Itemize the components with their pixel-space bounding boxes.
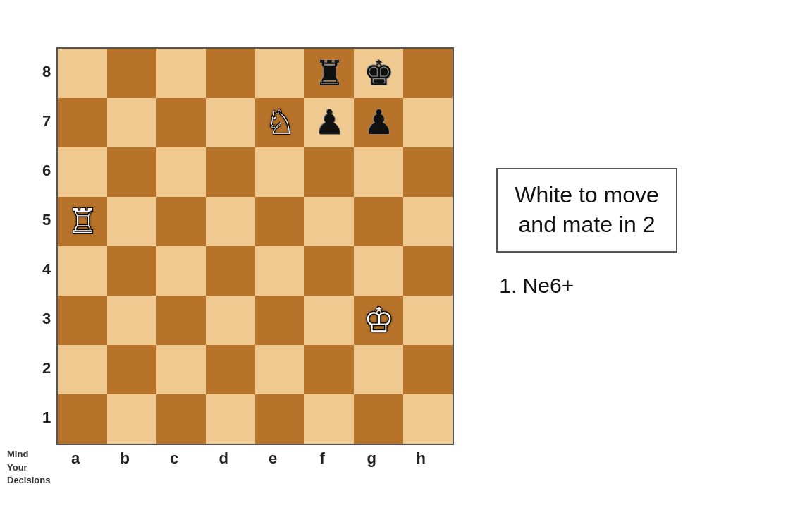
file-c: c: [149, 449, 199, 468]
branding-line1: Mind: [7, 449, 28, 459]
file-a: a: [51, 449, 100, 468]
square-d1: [206, 394, 255, 444]
branding: Mind Your Decisions: [7, 448, 50, 487]
square-g1: [354, 394, 403, 444]
file-labels: a b c d e f g h: [51, 449, 445, 468]
square-h1: [403, 394, 453, 444]
square-g2: [354, 345, 403, 394]
square-d5: [206, 197, 255, 246]
square-f4: [304, 246, 354, 296]
square-e1: [255, 394, 304, 444]
square-h2: [403, 345, 453, 394]
square-c2: [156, 345, 206, 394]
square-d3: [206, 296, 255, 345]
square-e5: [255, 197, 304, 246]
square-a3: [58, 296, 107, 345]
square-b6: [107, 147, 156, 197]
square-f8: ♜: [304, 49, 354, 98]
square-g8: ♚: [354, 49, 403, 98]
rank-2: 2: [42, 344, 51, 393]
square-c3: [156, 296, 206, 345]
rank-labels: 8 7 6 5 4 3 2 1: [42, 47, 51, 442]
square-h5: [403, 197, 453, 246]
square-c7: [156, 98, 206, 147]
square-a2: [58, 345, 107, 394]
square-h6: [403, 147, 453, 197]
square-b2: [107, 345, 156, 394]
square-c6: [156, 147, 206, 197]
square-g6: [354, 147, 403, 197]
square-f7: ♟: [304, 98, 354, 147]
square-d4: [206, 246, 255, 296]
square-h4: [403, 246, 453, 296]
rank-1: 1: [42, 393, 51, 442]
rank-3: 3: [42, 294, 51, 344]
square-g4: [354, 246, 403, 296]
square-f3: [304, 296, 354, 345]
square-d2: [206, 345, 255, 394]
square-a5: ♖: [58, 197, 107, 246]
square-e4: [255, 246, 304, 296]
square-d7: [206, 98, 255, 147]
square-c4: [156, 246, 206, 296]
square-a4: [58, 246, 107, 296]
square-e8: [255, 49, 304, 98]
file-b: b: [100, 449, 149, 468]
square-a1: [58, 394, 107, 444]
rank-5: 5: [42, 195, 51, 245]
square-g5: [354, 197, 403, 246]
square-d6: [206, 147, 255, 197]
info-panel: White to moveand mate in 2 1. Ne6+: [496, 168, 677, 297]
square-b5: [107, 197, 156, 246]
branding-line3: Decisions: [7, 475, 50, 485]
square-a7: [58, 98, 107, 147]
file-g: g: [347, 449, 396, 468]
square-d8: [206, 49, 255, 98]
square-e7: ♘: [255, 98, 304, 147]
square-b4: [107, 246, 156, 296]
chessboard: ♜♚♘♟♟♖♔: [56, 47, 454, 445]
rank-8: 8: [42, 47, 51, 97]
square-b8: [107, 49, 156, 98]
square-e6: [255, 147, 304, 197]
puzzle-title: White to moveand mate in 2: [515, 181, 659, 239]
square-e2: [255, 345, 304, 394]
file-f: f: [297, 449, 347, 468]
square-a6: [58, 147, 107, 197]
square-c5: [156, 197, 206, 246]
square-a8: [58, 49, 107, 98]
file-h: h: [396, 449, 445, 468]
square-f2: [304, 345, 354, 394]
puzzle-title-box: White to moveand mate in 2: [496, 168, 677, 252]
square-f5: [304, 197, 354, 246]
file-d: d: [199, 449, 248, 468]
branding-line2: Your: [7, 462, 27, 473]
square-c8: [156, 49, 206, 98]
move-text: 1. Ne6+: [499, 274, 574, 298]
square-g3: ♔: [354, 296, 403, 345]
square-f1: [304, 394, 354, 444]
square-f6: [304, 147, 354, 197]
board-with-ranks: 8 7 6 5 4 3 2 1 ♜♚♘♟♟♖♔: [42, 47, 454, 445]
square-b1: [107, 394, 156, 444]
file-e: e: [248, 449, 297, 468]
rank-6: 6: [42, 146, 51, 195]
square-b7: [107, 98, 156, 147]
square-b3: [107, 296, 156, 345]
board-area: 8 7 6 5 4 3 2 1 ♜♚♘♟♟♖♔ a b c d e f g h: [42, 47, 454, 468]
square-c1: [156, 394, 206, 444]
square-h8: [403, 49, 453, 98]
square-e3: [255, 296, 304, 345]
square-h3: [403, 296, 453, 345]
square-g7: ♟: [354, 98, 403, 147]
rank-7: 7: [42, 97, 51, 146]
square-h7: [403, 98, 453, 147]
rank-4: 4: [42, 245, 51, 294]
